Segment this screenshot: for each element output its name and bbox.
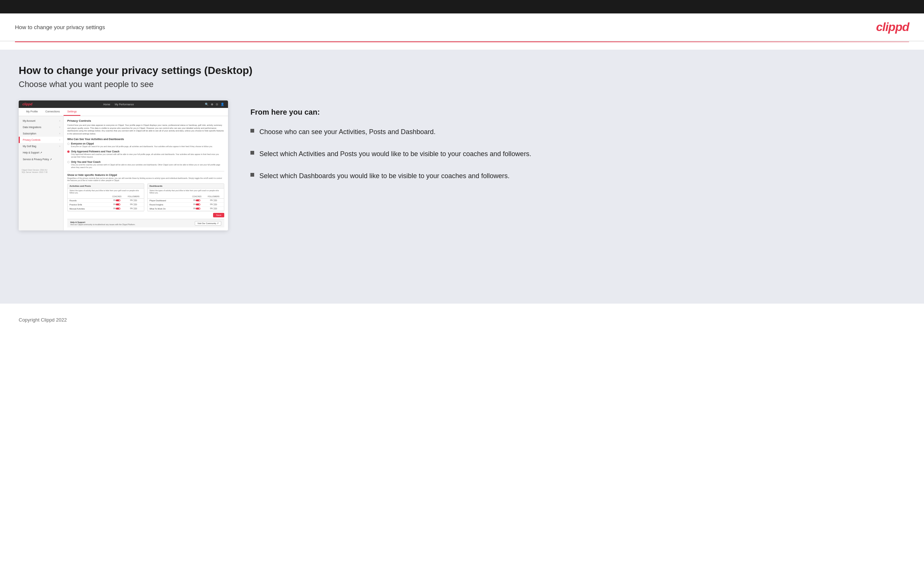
- content-layout: clippd Home My Performance 🔍 ⊕ ⊙ 👤 My Pr…: [19, 100, 905, 230]
- footer: Copyright Clippd 2022: [0, 311, 924, 329]
- drills-coaches-toggle[interactable]: ON: [108, 203, 125, 205]
- save-button[interactable]: Save: [213, 213, 224, 218]
- dashboard-row-round-insights: Round Insights ON ON: [148, 203, 224, 207]
- save-bar: Save: [67, 211, 224, 219]
- dashboards-table-subheader: COACHES FOLLOWERS: [148, 195, 224, 199]
- header-divider: [15, 42, 909, 42]
- activity-row-rounds: Rounds ON ON: [68, 199, 144, 203]
- bullet-item-1: Choose who can see your Activities, Post…: [250, 127, 905, 137]
- divider: [67, 171, 224, 171]
- rounds-coaches-toggle[interactable]: ON: [108, 200, 125, 201]
- bullet-square-icon: [250, 129, 254, 132]
- add-icon[interactable]: ⊕: [211, 103, 213, 106]
- dashboard-row-what-to-work-on: What To Work On ON ON: [148, 207, 224, 211]
- radio-everyone[interactable]: Everyone on Clippd Everyone on Clippd ca…: [67, 142, 224, 148]
- bullet-item-2: Select which Activities and Posts you wo…: [250, 149, 905, 159]
- dashboards-table: Dashboards Select the types of activity …: [147, 184, 224, 211]
- radio-circle-everyone: [67, 143, 69, 145]
- bullets-section: From here you can: Choose who can see yo…: [250, 100, 905, 181]
- copyright-text: Copyright Clippd 2022: [19, 317, 67, 323]
- sidebar-item-my-account[interactable]: My Account ›: [19, 118, 63, 124]
- privacy-controls-title: Privacy Controls: [67, 119, 224, 122]
- header-title: How to change your privacy settings: [15, 24, 105, 30]
- sidebar-item-subscription[interactable]: Subscription ›: [19, 131, 63, 137]
- player-coaches-toggle[interactable]: ON: [188, 200, 205, 201]
- chevron-icon: ›: [60, 126, 60, 129]
- radio-circle-only-you: [67, 161, 69, 163]
- rounds-followers-toggle[interactable]: ON: [125, 200, 142, 201]
- app-screenshot: clippd Home My Performance 🔍 ⊕ ⊙ 👤 My Pr…: [19, 100, 228, 230]
- tab-connections[interactable]: Connections: [42, 108, 63, 116]
- page-subtitle: Choose what you want people to see: [19, 79, 905, 89]
- wtwo-followers-toggle[interactable]: ON: [205, 208, 222, 210]
- activity-row-practice-drills: Practice Drills ON ON: [68, 203, 144, 207]
- nav-my-performance[interactable]: My Performance: [115, 103, 134, 106]
- sidebar-item-privacy-controls[interactable]: Privacy Controls ›: [19, 137, 63, 143]
- nav-home[interactable]: Home: [103, 103, 110, 106]
- activity-row-manual: Manual Activities ON ON: [68, 207, 144, 211]
- bullet-text-1: Choose who can see your Activities, Post…: [259, 127, 435, 137]
- bullet-list: Choose who can see your Activities, Post…: [250, 127, 905, 181]
- chevron-icon: ›: [60, 119, 60, 122]
- bullet-square-icon: [250, 173, 254, 177]
- app-body: My Account › Data Integrations › Subscri…: [19, 116, 228, 230]
- app-nav: clippd Home My Performance 🔍 ⊕ ⊙ 👤: [19, 100, 228, 108]
- privacy-controls-desc: Control how you and your data appears to…: [67, 124, 224, 135]
- dashboards-table-desc: Select the types of activity that you'd …: [148, 189, 224, 195]
- manual-coaches-toggle[interactable]: ON: [108, 208, 125, 210]
- bullet-item-3: Select which Dashboards you would like t…: [250, 171, 905, 181]
- from-here-heading: From here you can:: [250, 108, 905, 116]
- sidebar-item-my-golf-bag[interactable]: My Golf Bag ›: [19, 143, 63, 149]
- manual-followers-toggle[interactable]: ON: [125, 208, 142, 210]
- chevron-icon: ›: [60, 132, 60, 135]
- show-hide-desc: Regardless of the privacy controls that …: [67, 177, 224, 182]
- main-content: How to change your privacy settings (Des…: [0, 50, 924, 304]
- insights-followers-toggle[interactable]: ON: [205, 203, 222, 205]
- version-info: Clippd Client Version: 2022.8.2SQL Serve…: [19, 166, 63, 176]
- app-nav-icons: 🔍 ⊕ ⊙ 👤: [205, 103, 224, 106]
- sidebar-item-service-privacy[interactable]: Service & Privacy Policy ↗: [19, 156, 63, 163]
- sidebar-item-data-integrations[interactable]: Data Integrations ›: [19, 124, 63, 131]
- radio-followers-coach[interactable]: Only Approved Followers and Your Coach O…: [67, 150, 224, 158]
- tab-my-profile[interactable]: My Profile: [23, 108, 42, 116]
- page-title: How to change your privacy settings (Des…: [19, 64, 905, 77]
- dashboards-table-header: Dashboards: [148, 184, 224, 189]
- radio-only-you-coach[interactable]: Only You and Your Coach Only you and the…: [67, 161, 224, 169]
- dashboard-row-player: Player Dashboard ON ON: [148, 199, 224, 203]
- app-main-panel: Privacy Controls Control how you and you…: [63, 116, 228, 230]
- bullet-square-icon: [250, 151, 254, 155]
- app-logo: clippd: [23, 102, 32, 106]
- tables-row: Activities and Posts Select the types of…: [67, 184, 224, 211]
- radio-circle-followers-coach: [67, 150, 69, 153]
- activities-table-subheader: COACHES FOLLOWERS: [68, 195, 144, 199]
- wtwo-coaches-toggle[interactable]: ON: [188, 208, 205, 210]
- visit-community-button[interactable]: Visit Our Community ↗: [195, 221, 221, 226]
- app-nav-links: Home My Performance: [103, 103, 134, 106]
- help-desc: Visit our Clippd community to troublesho…: [70, 223, 135, 226]
- app-tabs: My Profile Connections Settings: [19, 108, 228, 116]
- bullet-text-2: Select which Activities and Posts you wo…: [259, 149, 531, 159]
- show-hide-title: Show or hide specific features in Clippd: [67, 174, 224, 176]
- settings-icon[interactable]: ⊙: [216, 103, 218, 106]
- header: How to change your privacy settings clip…: [0, 13, 924, 42]
- chevron-icon: ›: [60, 139, 60, 141]
- activities-table-header: Activities and Posts: [68, 184, 144, 189]
- show-hide-section: Show or hide specific features in Clippd…: [67, 174, 224, 219]
- clippd-logo: clippd: [876, 20, 909, 34]
- user-avatar[interactable]: 👤: [221, 103, 224, 106]
- who-can-see-heading: Who Can See Your Activities and Dashboar…: [67, 138, 224, 140]
- sidebar-item-help-support[interactable]: Help & Support ↗: [19, 149, 63, 156]
- chevron-icon: ›: [60, 145, 60, 148]
- help-section: Help & Support Visit our Clippd communit…: [67, 219, 224, 227]
- player-followers-toggle[interactable]: ON: [205, 200, 222, 201]
- top-bar: [0, 0, 924, 13]
- bullet-text-3: Select which Dashboards you would like t…: [259, 171, 509, 181]
- app-sidebar: My Account › Data Integrations › Subscri…: [19, 116, 63, 230]
- drills-followers-toggle[interactable]: ON: [125, 203, 142, 205]
- activities-table: Activities and Posts Select the types of…: [67, 184, 144, 211]
- search-icon[interactable]: 🔍: [205, 103, 208, 106]
- tab-settings[interactable]: Settings: [63, 108, 80, 116]
- app-mockup-inner: clippd Home My Performance 🔍 ⊕ ⊙ 👤 My Pr…: [19, 100, 228, 230]
- activities-table-desc: Select the types of activity that you'd …: [68, 189, 144, 195]
- insights-coaches-toggle[interactable]: ON: [188, 203, 205, 205]
